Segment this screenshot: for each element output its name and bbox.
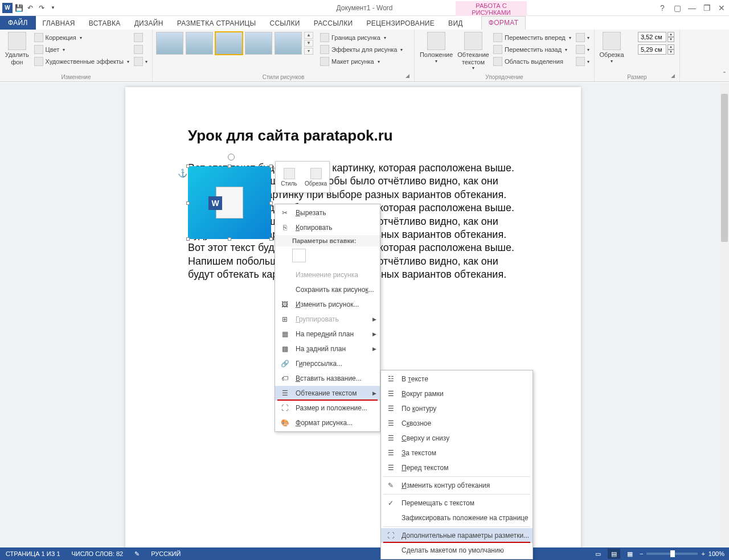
width-input[interactable] [638,44,666,55]
ribbon-display-icon[interactable]: ▢ [672,3,682,13]
tab-references[interactable]: ССЫЛКИ [263,17,306,30]
fix-position[interactable]: Зафиксировать положение на странице [381,510,533,525]
zoom-level[interactable]: 100% [708,550,724,557]
height-up[interactable]: ▲ [667,32,674,37]
more-layout-options[interactable]: ⛶Дополнительные параметры разметки... [381,528,533,543]
group-objects-button[interactable]: ▾ [575,44,591,55]
resize-handle-ne[interactable] [269,164,273,168]
tab-design[interactable]: ДИЗАЙН [128,17,170,30]
resize-handle-sw[interactable] [186,237,190,241]
resize-handle-n[interactable] [228,164,231,168]
align-button[interactable]: ▾ [575,32,591,43]
ctx-wrap-text[interactable]: ☰Обтекание текстом▶ [275,386,380,401]
tab-home[interactable]: ГЛАВНАЯ [36,17,82,30]
zoom-in-icon[interactable]: + [701,550,705,557]
crop-button[interactable]: Обрезка▾ [598,32,625,64]
resize-handle-se[interactable] [269,237,273,241]
gallery-more-icon[interactable]: ▾ [304,48,313,55]
gallery-up-icon[interactable]: ▲ [304,32,313,39]
bring-forward-button[interactable]: Переместить вперед▾ [492,32,572,43]
resize-handle-e[interactable] [269,201,273,205]
picture-effects-button[interactable]: Эффекты для рисунка▾ [319,44,404,55]
send-backward-button[interactable]: Переместить назад▾ [492,44,572,55]
scroll-thumb[interactable] [721,94,728,242]
ctx-send-to-back[interactable]: ▩На задний план▶ [275,341,380,356]
height-input[interactable] [638,32,666,42]
view-read-mode[interactable]: ▭ [592,549,604,559]
size-dialog-launcher[interactable]: ◢ [671,73,678,80]
mini-crop-button[interactable]: Обрезка [302,162,329,192]
status-language[interactable]: РУССКИЙ [145,550,186,557]
zoom-slider[interactable] [646,553,698,555]
status-word-count[interactable]: ЧИСЛО СЛОВ: 82 [66,550,129,557]
width-up[interactable]: ▲ [667,44,674,50]
change-picture-button[interactable] [133,44,149,55]
wrap-top-bottom[interactable]: ☰Сверху и снизу [381,431,533,446]
resize-handle-s[interactable] [228,237,231,241]
ctx-format-picture[interactable]: 🎨Формат рисунка... [275,415,380,430]
vertical-scrollbar[interactable] [720,83,729,547]
set-as-default-layout[interactable]: Сделать макетом по умолчанию [381,543,533,558]
tab-review[interactable]: РЕЦЕНЗИРОВАНИЕ [359,17,441,30]
mini-style-button[interactable]: Стиль [276,162,302,192]
move-with-text[interactable]: ✓Перемещать с текстом [381,496,533,510]
edit-wrap-points[interactable]: ✎Изменить контур обтекания [381,478,533,493]
redo-icon[interactable]: ↷ [36,3,47,13]
view-web-layout[interactable]: ▦ [624,549,636,559]
position-button[interactable]: Положение▾ [418,32,454,64]
color-button[interactable]: Цвет▾ [33,44,130,55]
artistic-effects-button[interactable]: Художественные эффекты▾ [33,56,130,67]
picture-styles-gallery[interactable]: ▲ ▼ ▾ [156,32,313,55]
wrap-inline[interactable]: ☳В тексте [381,372,533,386]
picture-border-button[interactable]: Граница рисунка▾ [319,32,404,43]
style-thumb-3[interactable] [215,32,243,55]
resize-handle-nw[interactable] [186,164,190,168]
wrap-tight[interactable]: ☰По контуру [381,401,533,416]
tab-page-layout[interactable]: РАЗМЕТКА СТРАНИЦЫ [170,17,263,30]
rotate-button[interactable]: ▾ [575,56,591,67]
tab-format[interactable]: ФОРМАТ [481,16,526,30]
ctx-change-picture[interactable]: 🖼Изменить рисунок... [275,297,380,312]
ctx-bring-to-front[interactable]: ▦На передний план▶ [275,327,380,341]
styles-dialog-launcher[interactable]: ◢ [406,73,412,80]
ctx-copy[interactable]: ⎘Копировать [275,220,380,235]
compress-pictures-button[interactable] [133,32,149,43]
embedded-image[interactable] [188,166,271,239]
wrap-through[interactable]: ☰Сквозное [381,416,533,431]
reset-picture-button[interactable]: ▾ [133,56,149,67]
save-icon[interactable]: 💾 [14,3,24,13]
undo-icon[interactable]: ↶ [25,3,35,13]
style-thumb-5[interactable] [275,32,302,55]
resize-handle-w[interactable] [186,201,190,205]
close-icon[interactable]: ✕ [716,3,727,13]
zoom-out-icon[interactable]: − [640,550,643,557]
gallery-down-icon[interactable]: ▼ [304,40,313,47]
zoom-thumb[interactable] [670,550,675,557]
minimize-icon[interactable]: — [687,3,697,13]
height-down[interactable]: ▼ [667,37,674,42]
width-down[interactable]: ▼ [667,50,674,55]
paste-option-1[interactable] [292,249,306,262]
rotate-handle[interactable] [228,154,235,160]
wrap-square[interactable]: ☰Вокруг рамки [381,386,533,401]
view-print-layout[interactable]: ▤ [608,549,620,559]
selection-pane-button[interactable]: Область выделения [492,56,572,67]
corrections-button[interactable]: Коррекция▾ [33,32,130,43]
restore-icon[interactable]: ❐ [702,3,712,13]
wrap-text-button[interactable]: Обтекание текстом▾ [457,32,490,71]
ctx-cut[interactable]: ✂Вырезать [275,205,380,220]
qat-customize-icon[interactable]: ▼ [48,3,58,13]
status-proofing-icon[interactable]: ✎ [129,550,145,558]
collapse-ribbon-icon[interactable]: ˆ [723,71,726,79]
wrap-behind[interactable]: ☰За текстом [381,446,533,460]
picture-layout-button[interactable]: Макет рисунка▾ [319,56,404,67]
ctx-size-position[interactable]: ⛶Размер и положение... [275,401,380,415]
tab-view[interactable]: ВИД [441,17,470,30]
ctx-insert-caption[interactable]: 🏷Вставить название... [275,371,380,386]
remove-background-button[interactable]: Удалить фон [3,32,31,65]
tab-mailings[interactable]: РАССЫЛКИ [307,17,360,30]
ctx-save-as-picture[interactable]: Сохранить как рисунок... [275,282,380,297]
style-thumb-1[interactable] [156,32,183,55]
status-page[interactable]: СТРАНИЦА 1 ИЗ 1 [0,550,66,557]
tab-file[interactable]: ФАЙЛ [0,16,36,30]
